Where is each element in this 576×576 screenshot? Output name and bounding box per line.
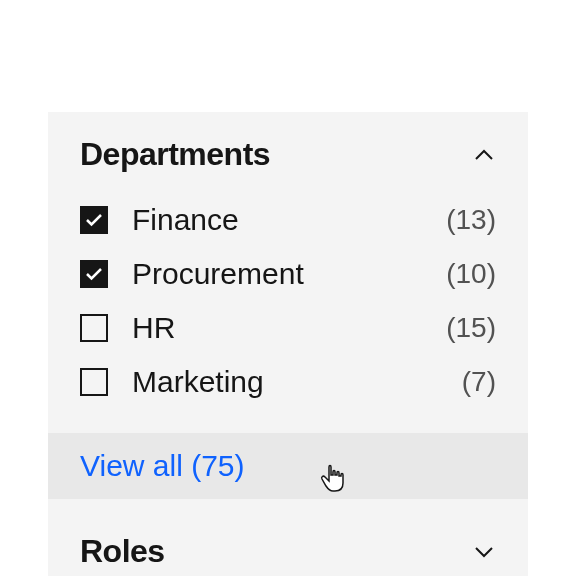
- departments-list: Finance (13) Procurement (10) HR (15) Ma…: [48, 193, 528, 433]
- chevron-down-icon: [472, 540, 496, 564]
- checkbox-label: Finance: [132, 203, 446, 237]
- roles-title: Roles: [80, 533, 165, 570]
- checkbox-row-finance[interactable]: Finance (13): [80, 193, 496, 247]
- checkbox-label: Procurement: [132, 257, 446, 291]
- checkbox-label: HR: [132, 311, 446, 345]
- filter-panel: Departments Finance (13) Procuremen: [48, 112, 528, 576]
- pointer-cursor-icon: [318, 461, 350, 493]
- checkbox-unchecked-icon: [80, 314, 108, 342]
- checkbox-row-procurement[interactable]: Procurement (10): [80, 247, 496, 301]
- departments-header[interactable]: Departments: [48, 112, 528, 193]
- checkbox-count: (7): [462, 366, 496, 398]
- departments-title: Departments: [80, 136, 270, 173]
- checkbox-label: Marketing: [132, 365, 462, 399]
- checkbox-count: (15): [446, 312, 496, 344]
- checkbox-row-hr[interactable]: HR (15): [80, 301, 496, 355]
- checkbox-count: (10): [446, 258, 496, 290]
- checkbox-row-marketing[interactable]: Marketing (7): [80, 355, 496, 409]
- view-all-label: View all (75): [80, 449, 245, 482]
- view-all-button[interactable]: View all (75): [48, 433, 528, 499]
- checkbox-checked-icon: [80, 206, 108, 234]
- roles-header[interactable]: Roles: [48, 511, 528, 576]
- chevron-up-icon: [472, 143, 496, 167]
- checkbox-checked-icon: [80, 260, 108, 288]
- roles-section: Roles: [48, 511, 528, 576]
- checkbox-count: (13): [446, 204, 496, 236]
- checkbox-unchecked-icon: [80, 368, 108, 396]
